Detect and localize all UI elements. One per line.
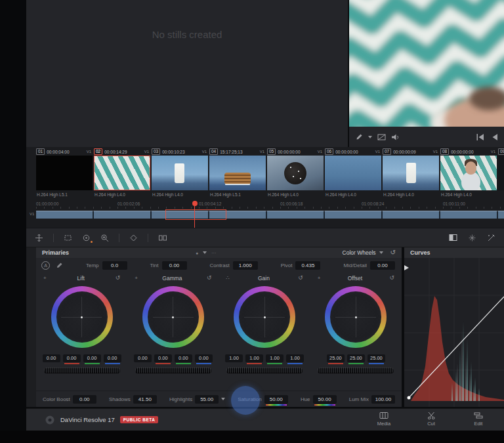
gamma-reset-icon[interactable]: ↺: [207, 275, 212, 281]
speaker-icon[interactable]: [391, 133, 400, 141]
lift-red-value[interactable]: 0.00: [63, 354, 81, 362]
transform-icon[interactable]: [64, 234, 72, 242]
curve-point[interactable]: [408, 396, 411, 400]
saturation-value[interactable]: 50.00: [264, 395, 288, 404]
primaries-reset-icon[interactable]: ↺: [390, 249, 396, 256]
hue-value[interactable]: 50.00: [313, 395, 337, 404]
clip-timecode: 15:17:25;13: [220, 150, 242, 154]
color-picker-icon[interactable]: [355, 133, 363, 141]
offset-master-wheel[interactable]: [318, 368, 394, 373]
lift-reset-icon[interactable]: ↺: [116, 275, 121, 281]
wheel-mode-label: Color Wheels: [343, 249, 376, 256]
skip-to-start-icon[interactable]: [476, 133, 484, 141]
pager-chevron[interactable]: [203, 251, 207, 254]
clip-thumbnail[interactable]: [383, 156, 439, 190]
timeline-clip[interactable]: 01 00:00:04:00 V1 H.264 High L5.1: [36, 148, 93, 200]
gamma-red-value[interactable]: 0.00: [154, 354, 172, 362]
selected-clip-segment[interactable]: [165, 209, 226, 220]
gamma-wheel[interactable]: [142, 286, 204, 348]
timeline-clip[interactable]: 03 00:00:10:23 V1 H.264 High L4.0: [152, 148, 208, 200]
pan-icon[interactable]: [35, 234, 43, 242]
timeline-clip[interactable]: 06 00:00:00:00 V1 H.264 High L4.0: [325, 148, 381, 200]
page-tab-edit[interactable]: Edit: [464, 411, 493, 427]
offset-blue-value[interactable]: 25.00: [368, 354, 385, 362]
pivot-value[interactable]: 0.435: [295, 261, 320, 270]
viewer[interactable]: [349, 0, 504, 127]
playhead[interactable]: [194, 201, 195, 228]
gain-blue-value[interactable]: 1.00: [286, 354, 304, 362]
magic-mask-icon[interactable]: [487, 234, 495, 242]
clip-header: 02 00:00:14:29 V1: [94, 148, 150, 156]
page-tab-cut[interactable]: Cut: [417, 411, 446, 427]
gain-red-value[interactable]: 1.00: [245, 354, 263, 362]
clip-thumbnail[interactable]: [152, 156, 208, 190]
gain-master-wheel[interactable]: [226, 368, 303, 373]
contrast-value[interactable]: 1.000: [233, 261, 258, 270]
clip-thumbnail[interactable]: [36, 156, 93, 190]
lift-blue-value[interactable]: 0.00: [104, 354, 121, 362]
keyframe-icon[interactable]: [129, 234, 138, 242]
timeline-clip[interactable]: 05 00:00:00:00 V1 H.264 High L4.0: [267, 148, 324, 200]
pager-dot[interactable]: ●: [196, 251, 198, 255]
video-track-bar[interactable]: [36, 211, 504, 219]
zoom-plus-icon[interactable]: [100, 234, 109, 242]
temp-value[interactable]: 0.0: [102, 261, 127, 270]
shadows-value[interactable]: 41.50: [133, 395, 157, 404]
clip-thumbnail[interactable]: [267, 156, 324, 190]
gamma-green-value[interactable]: 0.00: [175, 354, 192, 362]
timeline-ruler[interactable]: 01:00:00:00 01:00:02:06 01:00:04:12 01:0…: [36, 201, 504, 209]
stills-gallery[interactable]: No stills created: [26, 0, 348, 147]
timeline-clip[interactable]: 08 00:00:00:00 V1 H.264 High L4.0: [440, 148, 497, 200]
tint-field: Tint 0.00: [150, 261, 186, 270]
mid-detail-value[interactable]: 0.00: [370, 261, 395, 270]
clip-thumbnail[interactable]: [209, 156, 266, 190]
gamma-master-wheel[interactable]: [135, 368, 211, 373]
clip-thumbnail[interactable]: [325, 156, 381, 190]
panel-pager[interactable]: ● ···: [196, 247, 216, 258]
cut-page-icon: [427, 411, 436, 419]
gain-master-value[interactable]: 1.00: [225, 354, 243, 362]
offset-wheel[interactable]: [325, 286, 387, 348]
gain-reset-icon[interactable]: ↺: [298, 275, 303, 281]
gain-label: Gain: [230, 275, 299, 282]
tint-value[interactable]: 0.00: [162, 261, 187, 270]
timeline-clip[interactable]: 04 15:17:25;13 V1 H.264 High L5.1: [209, 148, 266, 200]
wheel-mode-select[interactable]: Color Wheels: [343, 249, 383, 256]
offset-green-value[interactable]: 25.00: [347, 354, 365, 362]
clip-thumbnail[interactable]: [440, 156, 497, 190]
gain-wheel[interactable]: [234, 286, 295, 348]
wipe-compare-icon[interactable]: [449, 234, 457, 242]
clip-thumbnail[interactable]: [498, 156, 504, 190]
timeline-clip[interactable]: 07 00:00:00:09 V1 H.264 High L4.0: [383, 148, 439, 200]
clip-header: 08 00:00:00:00 V1: [440, 148, 497, 156]
lift-wheel[interactable]: [51, 286, 113, 348]
highlights-value[interactable]: 55.00: [195, 395, 219, 404]
auto-balance-icon[interactable]: A: [41, 261, 50, 270]
page-tab-media[interactable]: Media: [369, 411, 398, 427]
timeline-target-icon[interactable]: [82, 234, 91, 242]
lift-green-value[interactable]: 0.00: [83, 354, 101, 362]
gamma-wheel-column: + Gamma ↺ 0.00 0.00 0.00 0.00: [127, 272, 219, 373]
highlight-icon[interactable]: [468, 234, 476, 242]
offset-reset-icon[interactable]: ↺: [389, 275, 394, 281]
gain-green-value[interactable]: 1.00: [266, 354, 284, 362]
timeline-clip[interactable]: 09: [498, 148, 504, 200]
wb-picker-icon[interactable]: [56, 262, 63, 269]
gamma-master-value[interactable]: 0.00: [134, 354, 152, 362]
color-boost-value[interactable]: 0.00: [73, 395, 96, 404]
gamma-blue-value[interactable]: 0.00: [195, 354, 213, 362]
clip-thumbnail[interactable]: [94, 156, 150, 190]
lightbox-icon[interactable]: [158, 234, 167, 242]
lum-mix-value[interactable]: 100.00: [371, 395, 395, 404]
offset-red-value[interactable]: 25.00: [327, 354, 345, 362]
pager-more-icon[interactable]: ···: [211, 251, 216, 255]
timeline-clip[interactable]: 02 00:00:14:29 V1 H.264 High L4.0: [94, 148, 150, 200]
highlights-dropdown-chevron[interactable]: [221, 398, 225, 400]
step-back-icon[interactable]: [492, 133, 498, 141]
picker-dropdown-chevron[interactable]: [368, 136, 372, 138]
lift-master-value[interactable]: 0.00: [43, 354, 60, 362]
curves-graph[interactable]: [404, 258, 504, 407]
clip-header: 07 00:00:00:09 V1: [383, 148, 439, 156]
wipe-icon[interactable]: [377, 133, 386, 141]
lift-master-wheel[interactable]: [44, 368, 120, 373]
